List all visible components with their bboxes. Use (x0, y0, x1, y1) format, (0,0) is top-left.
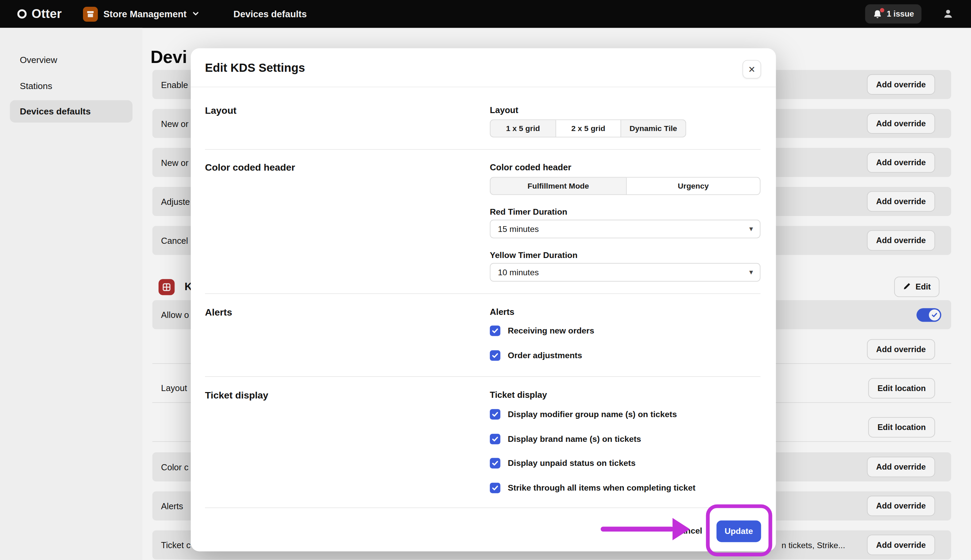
divider (191, 87, 776, 87)
field-label-alerts: Alerts (490, 307, 515, 317)
yellow-timer-select[interactable]: 10 minutes ▾ (490, 263, 760, 282)
divider (205, 508, 760, 508)
divider (205, 149, 760, 150)
segment-1x5-grid[interactable]: 1 x 5 grid (491, 120, 556, 137)
checkbox-checked[interactable] (490, 433, 500, 444)
checkbox-checked[interactable] (490, 350, 500, 361)
red-timer-select[interactable]: 15 minutes ▾ (490, 220, 760, 238)
checkbox-row: Display modifier group name (s) on ticke… (490, 408, 677, 420)
chevron-down-icon: ▾ (749, 268, 753, 277)
field-label-color-header: Color coded header (490, 162, 571, 172)
divider (205, 376, 760, 377)
checkbox-checked[interactable] (490, 325, 500, 336)
section-label-alerts: Alerts (205, 307, 232, 318)
section-label-layout: Layout (205, 105, 236, 117)
checkbox-label: Receiving new orders (508, 326, 594, 335)
app-root: Otter Store Management Devices defaults … (0, 0, 971, 560)
checkbox-checked[interactable] (490, 409, 500, 419)
checkbox-row: Display unpaid status on tickets (490, 457, 635, 468)
section-label-color-header: Color coded header (205, 162, 295, 173)
checkbox-label: Order adjustments (508, 350, 582, 360)
checkbox-label: Display modifier group name (s) on ticke… (508, 409, 677, 418)
close-button[interactable]: ✕ (743, 60, 761, 78)
checkbox-row: Strike through all items when completing… (490, 482, 695, 493)
chevron-down-icon: ▾ (749, 225, 753, 233)
checkbox-row: Display brand name (s) on tickets (490, 433, 641, 444)
modal-title: Edit KDS Settings (205, 61, 305, 75)
annotation-highlight-box (706, 505, 772, 557)
checkbox-label: Display brand name (s) on tickets (508, 434, 641, 443)
field-label-layout: Layout (490, 105, 518, 115)
segment-dynamic-tile[interactable]: Dynamic Tile (620, 120, 685, 137)
yellow-timer-label: Yellow Timer Duration (490, 250, 578, 260)
checkbox-checked[interactable] (490, 458, 500, 468)
segment-2x5-grid[interactable]: 2 x 5 grid (556, 120, 621, 137)
checkbox-row: Receiving new orders (490, 325, 594, 336)
checkbox-row: Order adjustments (490, 350, 582, 361)
close-icon: ✕ (748, 64, 755, 74)
segment-urgency[interactable]: Urgency (626, 178, 760, 194)
layout-segmented-control: 1 x 5 grid 2 x 5 grid Dynamic Tile (490, 120, 686, 137)
section-label-ticket-display: Ticket display (205, 390, 268, 401)
color-header-segmented-control: Fulfillment Mode Urgency (490, 177, 760, 195)
checkbox-label: Strike through all items when completing… (508, 483, 695, 492)
checkbox-label: Display unpaid status on tickets (508, 458, 635, 467)
field-label-ticket-display: Ticket display (490, 390, 547, 400)
divider (205, 293, 760, 294)
segment-fulfillment-mode[interactable]: Fulfillment Mode (491, 178, 626, 194)
annotation-arrow-head (672, 518, 690, 540)
checkbox-checked[interactable] (490, 482, 500, 493)
red-timer-value: 15 minutes (498, 225, 539, 233)
annotation-arrow-line (601, 527, 674, 532)
yellow-timer-value: 10 minutes (498, 268, 539, 277)
red-timer-label: Red Timer Duration (490, 207, 568, 217)
edit-kds-settings-modal: Edit KDS Settings ✕ Layout Layout 1 x 5 … (191, 48, 776, 552)
